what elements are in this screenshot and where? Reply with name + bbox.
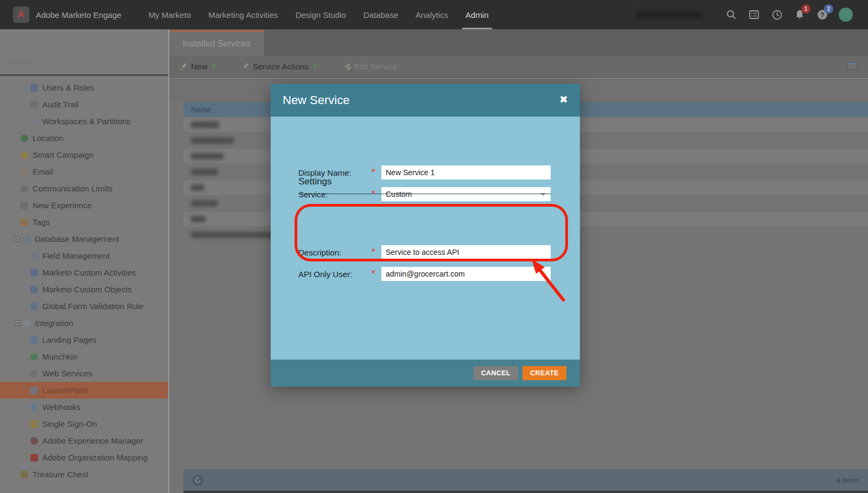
sidebar-item-label: Munchkin xyxy=(42,352,77,361)
close-icon[interactable]: ✖ xyxy=(559,93,568,106)
sidebar-item-landing-pages[interactable]: Landing Pages xyxy=(0,331,168,348)
cancel-button[interactable]: CANCEL xyxy=(474,366,518,380)
new-button[interactable]: New xyxy=(179,62,216,71)
help-badge: 2 xyxy=(824,4,833,14)
key-icon xyxy=(30,420,38,428)
user-avatar[interactable] xyxy=(839,8,853,22)
notifications-bell-icon[interactable]: 1 xyxy=(793,8,806,21)
sidebar-item-tags[interactable]: Tags xyxy=(0,214,168,231)
required-asterisk: * xyxy=(372,268,381,279)
api-only-user-value: admin@grocercart.com xyxy=(386,270,465,278)
display-name-label: Display Name: xyxy=(298,168,372,177)
description-row: Description: * xyxy=(298,245,551,259)
at-sign-icon xyxy=(21,185,28,193)
collapse-expander-icon[interactable] xyxy=(14,320,20,326)
sidebar-item-label: Webhooks xyxy=(42,402,81,412)
help-icon[interactable]: ? 2 xyxy=(816,8,829,21)
marketo-admin-window: A Adobe Marketo Engage My MarketoMarketi… xyxy=(0,0,868,493)
description-input[interactable] xyxy=(381,245,551,259)
nav-item-my-marketo[interactable]: My Marketo xyxy=(140,0,200,29)
collapse-expander-icon[interactable] xyxy=(14,236,20,242)
sidebar-item-label: Single Sign-On xyxy=(42,419,97,428)
sidebar-item-adobe-experience-manager[interactable]: Adobe Experience Manager xyxy=(0,432,168,449)
api-only-user-label: API Only User: xyxy=(298,270,372,279)
adobe-logo-icon[interactable]: A xyxy=(13,7,29,23)
sidebar-item-label: Audit Trail xyxy=(42,100,79,109)
service-actions-label: Service Actions xyxy=(253,62,309,71)
sidebar-item-web-services[interactable]: Web Services xyxy=(0,365,168,382)
chevron-down-icon xyxy=(212,65,216,68)
sidebar-item-audit-trail[interactable]: Audit Trail xyxy=(0,96,168,113)
location-globe-icon xyxy=(21,135,28,142)
checklist-icon[interactable] xyxy=(748,8,761,21)
nav-item-admin[interactable]: Admin xyxy=(457,0,497,29)
grid-bottom-border xyxy=(183,491,868,493)
lightbulb-icon xyxy=(21,151,28,159)
custom-object-icon xyxy=(30,286,38,293)
sidebar-item-database-management[interactable]: Database Management xyxy=(0,231,168,247)
sidebar-item-label: Global Form Validation Rule xyxy=(42,302,143,311)
description-label: Description: xyxy=(298,248,372,257)
redacted-account-name xyxy=(635,11,703,18)
search-icon[interactable] xyxy=(725,8,738,21)
aem-icon xyxy=(30,437,38,445)
history-clock-icon[interactable] xyxy=(770,8,783,21)
sidebar-item-location[interactable]: Location xyxy=(0,130,168,146)
sidebar-item-field-management[interactable]: Field Management xyxy=(0,247,168,264)
sidebar-item-label: Location xyxy=(33,133,63,143)
nav-item-analytics[interactable]: Analytics xyxy=(407,0,457,29)
create-button[interactable]: CREATE xyxy=(522,366,566,380)
sidebar-item-label: Email xyxy=(33,167,53,176)
webhook-icon xyxy=(30,404,38,411)
refresh-icon[interactable] xyxy=(192,475,203,486)
sidebar-item-users-roles[interactable]: Users & Roles xyxy=(0,79,168,96)
munchkin-icon xyxy=(30,353,38,361)
sidebar-item-adobe-organization-mapping[interactable]: Adobe Organization Mapping xyxy=(0,449,168,466)
dialog-footer: CANCEL CREATE xyxy=(271,360,580,387)
sidebar-item-launchpoint[interactable]: LaunchPoint xyxy=(0,382,168,399)
sidebar-item-communication-limits[interactable]: Communication Limits xyxy=(0,180,168,197)
nav-item-database[interactable]: Database xyxy=(355,0,407,29)
database-icon xyxy=(23,235,30,243)
rocket-icon xyxy=(30,387,38,394)
tab-strip: Installed Services xyxy=(169,29,868,56)
form-rule-icon xyxy=(30,303,38,310)
sidebar-item-integration[interactable]: Integration xyxy=(0,315,168,331)
api-only-user-dropdown[interactable]: admin@grocercart.com xyxy=(381,267,551,281)
admin-search-input[interactable] xyxy=(0,51,168,76)
landing-page-icon xyxy=(30,336,38,344)
sidebar-item-global-form-validation-rule[interactable]: Global Form Validation Rule xyxy=(0,298,168,315)
nav-item-marketing-activities[interactable]: Marketing Activities xyxy=(200,0,286,29)
nav-item-design-studio[interactable]: Design Studio xyxy=(286,0,354,29)
sidebar-item-marketo-custom-activities[interactable]: Marketo Custom Activities xyxy=(0,264,168,281)
sidebar-item-label: Web Services xyxy=(42,369,92,378)
sidebar-item-marketo-custom-objects[interactable]: Marketo Custom Objects xyxy=(0,281,168,298)
sidebar-item-treasure-chest[interactable]: Treasure Chest xyxy=(0,466,168,483)
redacted-service-name xyxy=(191,216,206,222)
dialog-body: Display Name: * Service: * Custom Settin… xyxy=(271,117,580,360)
sidebar-item-single-sign-on[interactable]: Single Sign-On xyxy=(0,415,168,432)
dialog-title: New Service xyxy=(283,93,349,107)
chevron-down-icon xyxy=(313,65,317,68)
settings-section-heading: Settings xyxy=(298,176,551,194)
email-icon xyxy=(21,168,28,176)
sidebar-item-new-experience[interactable]: New Experience xyxy=(0,197,168,214)
sidebar-item-label: Tags xyxy=(33,217,50,227)
new-button-label: New xyxy=(191,62,207,71)
sidebar-item-munchkin[interactable]: Munchkin xyxy=(0,348,168,365)
api-only-user-row: API Only User: * admin@grocercart.com xyxy=(298,267,551,281)
window-view-icon[interactable] xyxy=(847,62,857,70)
edit-service-button[interactable]: Edit Service xyxy=(342,62,398,71)
sidebar-item-label: Database Management xyxy=(35,234,119,244)
sidebar-item-webhooks[interactable]: Webhooks xyxy=(0,399,168,415)
service-actions-button[interactable]: Service Actions xyxy=(241,62,317,71)
database-icon xyxy=(30,252,38,260)
sidebar-item-email[interactable]: Email xyxy=(0,163,168,180)
sidebar-item-label: New Experience xyxy=(33,201,92,210)
tab-installed-services[interactable]: Installed Services xyxy=(169,30,264,56)
svg-text:?: ? xyxy=(820,11,824,19)
sidebar-item-smart-campaign[interactable]: Smart Campaign xyxy=(0,146,168,163)
sidebar-item-label: Marketo Custom Objects xyxy=(42,285,132,294)
redacted-service-name xyxy=(191,232,278,238)
sidebar-item-workspaces-partitions[interactable]: Workspaces & Partitions xyxy=(0,113,168,130)
